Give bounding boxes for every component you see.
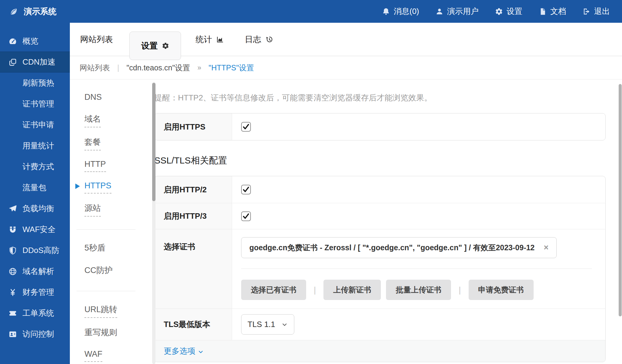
sidebar-item-cert-manage[interactable]: 证书管理 [0,93,70,114]
sign-out-icon [583,8,590,15]
submenu-item-cc-protect[interactable]: CC防护 [84,265,154,278]
select-existing-cert-button[interactable]: 选择已有证书 [241,280,306,300]
settings-label: 设置 [507,6,522,17]
sidebar-item-tickets[interactable]: 工单系统 [0,303,70,324]
submenu-item-http[interactable]: HTTP [84,160,154,172]
http2-checkbox[interactable] [241,185,251,194]
sidebar-item-refresh-preheat[interactable]: 刷新预热 [0,72,70,93]
table-row: 选择证书 goedge.cn免费证书 - Zerossl / [ "*.goed… [155,229,605,308]
button-separator: | [314,285,316,295]
tab-logs[interactable]: 日志 [244,34,275,56]
tab-site-list[interactable]: 网站列表 [79,34,114,56]
sidebar-item-label: 证书管理 [22,99,54,109]
ssl-config-panel: 启用HTTP/2 启用HTTP/3 [154,176,606,362]
sidebar-item-ddos[interactable]: DDoS高防 [0,240,70,261]
logout-button[interactable]: 退出 [583,6,610,17]
upload-new-cert-button[interactable]: 上传新证书 [323,280,381,300]
app-title: 演示系统 [24,6,56,17]
gear-icon [495,8,503,15]
docs-button[interactable]: 文档 [539,6,566,17]
table-row: 启用HTTPS [155,113,605,140]
messages-label: 消息(0) [394,6,419,17]
chevron-down-icon [198,349,203,355]
panel-footer: 更多选项 [155,340,605,362]
check-icon [242,186,250,194]
table-row: 启用HTTP/3 [155,203,605,229]
cert-divider [241,268,592,269]
sidebar-item-label: 概览 [22,36,38,46]
sidebar-item-cert-apply[interactable]: 证书申请 [0,114,70,135]
clone-icon [9,58,17,66]
check-icon [242,123,250,131]
sidebar-item-dns-resolve[interactable]: 域名解析 [0,261,70,282]
tab-statistics[interactable]: 统计 [194,34,225,56]
cert-tag-text: goedge.cn免费证书 - Zerossl / [ "*.goedge.cn… [249,243,535,253]
sidebar-item-load-balancer[interactable]: 负载均衡 [0,198,70,219]
settings-button[interactable]: 设置 [495,6,522,17]
notice-text: 提醒：HTTP2、证书等信息修改后，可能需要清空浏览器缓存后才能浏览效果。 [154,93,606,103]
more-options-label: 更多选项 [164,346,195,356]
sidebar-item-usage-stats[interactable]: 用量统计 [0,135,70,156]
submenu-scrollbar[interactable] [152,82,156,364]
history-icon [265,35,273,43]
sidebar-item-label: 计费方式 [22,161,54,172]
apply-free-cert-button[interactable]: 申请免费证书 [469,280,534,300]
sidebar-item-label: WAF安全 [22,224,56,235]
https-enable-panel: 启用HTTPS [154,113,606,140]
submenu-item-domain[interactable]: 域名 [84,113,154,127]
tls-version-select[interactable]: TLS 1.1 [241,314,294,335]
breadcrumb-https-settings[interactable]: "HTTPS"设置 [209,63,254,73]
more-options-link[interactable]: 更多选项 [164,346,203,356]
remove-cert-icon[interactable]: × [544,244,549,252]
http3-checkbox[interactable] [241,211,251,221]
sidebar-item-cdn[interactable]: CDN加速 [0,52,70,72]
gear-icon [162,42,169,49]
cert-label: 选择证书 [155,229,232,308]
sidebar-item-overview[interactable]: 概览 [0,31,70,52]
breadcrumb-site-settings[interactable]: "cdn.teaos.cn"设置 [127,63,190,73]
sidebar-item-label: 证书申请 [22,120,54,130]
sidebar-item-finance[interactable]: 财务管理 [0,282,70,303]
submenu-divider [77,291,135,291]
https-enable-checkbox[interactable] [241,122,251,132]
button-separator: | [459,285,461,295]
top-navbar: 演示系统 消息(0) 演示用户 [0,0,622,23]
tab-label: 设置 [141,40,158,51]
app-brand[interactable]: 演示系统 [9,6,56,17]
sidebar-item-label: 工单系统 [22,308,54,318]
submenu-item-url-redirect[interactable]: URL跳转 [84,304,154,318]
logout-label: 退出 [594,6,610,17]
user-menu-button[interactable]: 演示用户 [436,6,479,17]
submenu-item-waf[interactable]: WAF [84,349,154,362]
document-icon [539,8,547,15]
sidebar-item-billing[interactable]: 计费方式 [0,156,70,177]
globe-icon [9,267,17,276]
ssl-section-title: SSL/TLS相关配置 [154,154,606,167]
submenu-item-5s-shield[interactable]: 5秒盾 [84,242,154,256]
id-card-icon [9,330,17,339]
submenu-item-rewrite-rules[interactable]: 重写规则 [84,327,154,340]
submenu-item-plan[interactable]: 套餐 [84,136,154,150]
page-scrollbar-thumb[interactable] [619,84,622,316]
submenu-item-https[interactable]: HTTPS [84,181,154,194]
user-icon [436,8,443,15]
tab-settings[interactable]: 设置 [129,32,181,60]
paper-plane-icon [9,204,17,213]
bell-icon [382,8,390,15]
sidebar-item-access-control[interactable]: 访问控制 [0,324,70,345]
sidebar-item-label: 用量统计 [22,140,54,151]
sidebar-item-label: 刷新预热 [22,78,54,88]
submenu-item-origin[interactable]: 源站 [84,203,154,217]
breadcrumb-site-list[interactable]: 网站列表 [80,63,110,73]
tab-label: 网站列表 [80,34,113,45]
sidebar-item-traffic-package[interactable]: 流量包 [0,177,70,198]
breadcrumb-separator: » [197,64,201,72]
sidebar-item-label: 域名解析 [22,266,54,277]
messages-button[interactable]: 消息(0) [382,6,419,17]
submenu-scrollbar-thumb[interactable] [152,83,156,201]
main-sidebar: 概览 CDN加速 刷新预热 证书管理 证书申请 用量统计 计费方式 流量包 负载… [0,23,70,364]
submenu-item-dns[interactable]: DNS [84,93,154,104]
docs-label: 文档 [550,6,566,17]
sidebar-item-waf[interactable]: WAF安全 [0,219,70,240]
batch-upload-cert-button[interactable]: 批量上传证书 [386,280,451,300]
